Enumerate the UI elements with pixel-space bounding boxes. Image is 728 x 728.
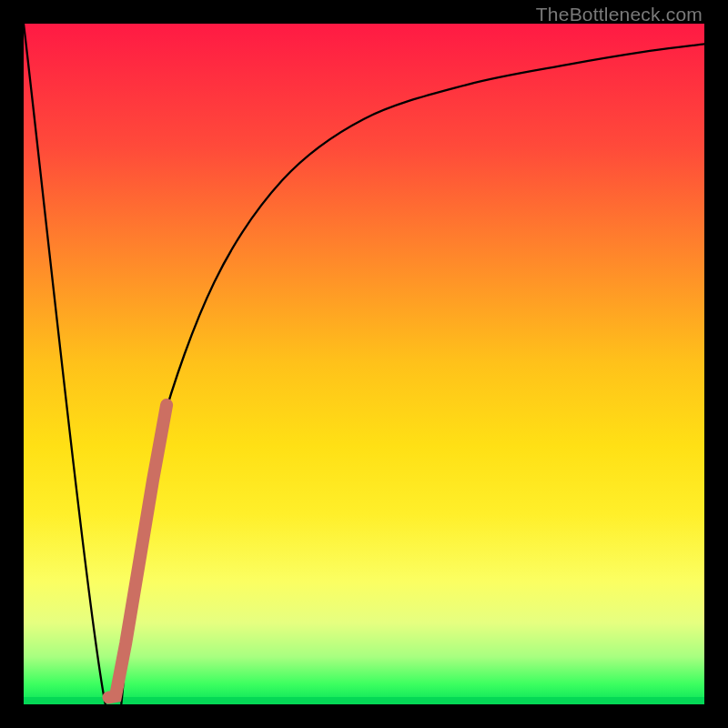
chart-frame: TheBottleneck.com [0, 0, 728, 728]
plot-area [24, 24, 704, 704]
watermark-text: TheBottleneck.com [536, 4, 703, 25]
